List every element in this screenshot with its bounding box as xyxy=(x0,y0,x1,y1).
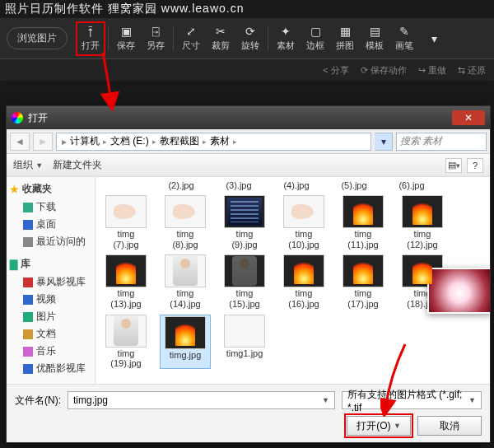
file-item[interactable]: timg(9).jpg xyxy=(219,195,270,250)
path-dropdown-icon[interactable]: ▾ xyxy=(375,133,393,151)
page-caption: 照片日历制作软件 狸窝家园 www.leawo.cn xyxy=(0,0,494,18)
size-icon: ⤢ xyxy=(184,25,198,38)
sidebar-item[interactable]: 文档 xyxy=(10,325,91,343)
file-item[interactable]: timg(14).jpg xyxy=(160,254,211,309)
redo-link[interactable]: ↪ 重做 xyxy=(418,64,446,77)
dialog-footer: 文件名(N): timg.jpg▼ 所有支持的图片格式 (*.gif; *.ti… xyxy=(7,384,490,442)
file-item[interactable]: timg(13).jpg xyxy=(100,254,151,309)
preview-thumbnail xyxy=(427,268,490,314)
file-item[interactable]: timg1.jpg xyxy=(219,315,270,369)
file-label[interactable]: (2).jpg xyxy=(156,180,206,190)
dialog-title: 打开 xyxy=(28,111,48,125)
file-item[interactable]: timg(7).jpg xyxy=(100,195,151,250)
file-item[interactable]: timg(16).jpg xyxy=(278,254,329,309)
breadcrumb-segment[interactable]: 教程截图 xyxy=(158,134,201,148)
sidebar-item[interactable]: 暴风影视库 xyxy=(10,273,91,291)
share-link[interactable]: < 分享 xyxy=(323,64,348,77)
breadcrumb-segment[interactable]: 文档 (E:) xyxy=(109,134,151,148)
sidebar-item[interactable]: 视频 xyxy=(10,291,91,308)
file-item[interactable]: timg(19).jpg xyxy=(100,315,151,369)
new-folder-button[interactable]: 新建文件夹 xyxy=(53,158,102,172)
frame-icon: ▢ xyxy=(309,25,322,38)
browse-images-button[interactable]: 浏览图片 xyxy=(7,27,68,49)
sidebar: ★收藏夹 下载桌面最近访问的 ▇库 暴风影视库视频图片文档音乐优酷影视库 xyxy=(7,177,96,384)
file-item[interactable]: timg(17).jpg xyxy=(338,254,389,309)
tool-collage-button[interactable]: ▦拼图 xyxy=(330,21,360,56)
file-item[interactable]: timg(15).jpg xyxy=(219,254,270,309)
sidebar-item[interactable]: 音乐 xyxy=(10,343,91,360)
sidebar-item[interactable]: 桌面 xyxy=(10,216,91,233)
breadcrumb[interactable]: ▸计算机▸文档 (E:)▸教程截图▸素材▸ xyxy=(56,133,371,151)
file-label[interactable]: (6).jpg xyxy=(387,180,436,190)
search-input[interactable]: 搜索 素材 xyxy=(396,133,487,151)
file-grid[interactable]: (2).jpg(3).jpg(4).jpg(5).jpg(6).jpg timg… xyxy=(96,177,490,384)
file-item[interactable]: timg(10).jpg xyxy=(278,195,329,250)
sidebar-item[interactable]: 图片 xyxy=(10,308,91,325)
dialog-titlebar: 打开 ✕ xyxy=(7,106,490,129)
file-item[interactable]: timg(12).jpg xyxy=(397,195,448,250)
file-item[interactable]: timg.jpg xyxy=(160,315,211,369)
file-item[interactable]: timg(11).jpg xyxy=(338,195,389,250)
help-button[interactable]: ? xyxy=(467,158,483,173)
breadcrumb-segment[interactable]: 计算机 xyxy=(68,134,101,148)
filename-input[interactable]: timg.jpg▼ xyxy=(68,391,335,409)
file-type-filter[interactable]: 所有支持的图片格式 (*.gif; *.tif▼ xyxy=(342,391,482,409)
brush-icon: ✎ xyxy=(398,25,411,38)
sidebar-item[interactable]: 优酷影视库 xyxy=(10,360,91,377)
toolbar-more-button[interactable]: ▾ xyxy=(419,21,449,56)
dialog-toolbar: 组织 ▼ 新建文件夹 ▤▾ ? xyxy=(7,154,490,177)
template-icon: ▤ xyxy=(368,25,381,38)
tool-size-button[interactable]: ⤢尺寸 xyxy=(176,21,206,56)
app-icon xyxy=(12,112,23,124)
file-label[interactable]: (5).jpg xyxy=(329,180,379,190)
rotate-icon: ⟳ xyxy=(244,25,257,38)
favorites-header[interactable]: ★收藏夹 xyxy=(10,182,91,196)
sidebar-item[interactable]: 最近访问的 xyxy=(10,233,91,250)
main-toolbar: 浏览图片 ⭱打开▣保存⍈另存⤢尺寸✂裁剪⟳旋转✦素材▢边框▦拼图▤模板✎画笔▾ xyxy=(0,18,494,59)
open-file-dialog: 打开 ✕ ◄ ► ▸计算机▸文档 (E:)▸教程截图▸素材▸ ▾ 搜索 素材 组… xyxy=(6,105,491,443)
tool-frame-button[interactable]: ▢边框 xyxy=(301,21,330,56)
tool-rotate-button[interactable]: ⟳旋转 xyxy=(235,21,265,56)
open-icon: ⭱ xyxy=(84,25,97,38)
open-button[interactable]: 打开(O) ▼ xyxy=(347,416,411,436)
tool-crop-button[interactable]: ✂裁剪 xyxy=(206,21,235,56)
filename-label: 文件名(N): xyxy=(15,394,61,408)
tool-save-button[interactable]: ▣保存 xyxy=(111,21,141,56)
saveas-icon: ⍈ xyxy=(149,25,162,38)
view-mode-button[interactable]: ▤▾ xyxy=(445,158,462,173)
forward-button[interactable]: ► xyxy=(33,133,53,151)
tool-brush-button[interactable]: ✎画笔 xyxy=(389,21,419,56)
file-label[interactable]: (3).jpg xyxy=(214,180,263,190)
tool-assets-button[interactable]: ✦素材 xyxy=(271,21,301,56)
save-action-link[interactable]: ⟳ 保存动作 xyxy=(361,64,407,77)
library-header[interactable]: ▇库 xyxy=(10,257,91,271)
organize-menu[interactable]: 组织 ▼ xyxy=(13,158,43,172)
back-button[interactable]: ◄ xyxy=(10,133,30,151)
tool-open-button[interactable]: ⭱打开 xyxy=(76,21,105,56)
breadcrumb-segment[interactable]: 素材 xyxy=(208,134,231,148)
assets-icon: ✦ xyxy=(279,25,292,38)
crop-icon: ✂ xyxy=(214,25,227,38)
path-bar: ◄ ► ▸计算机▸文档 (E:)▸教程截图▸素材▸ ▾ 搜索 素材 xyxy=(7,129,490,154)
file-label[interactable]: (4).jpg xyxy=(272,180,321,190)
restore-link[interactable]: ⇆ 还原 xyxy=(458,64,486,77)
tool-template-button[interactable]: ▤模板 xyxy=(360,21,389,56)
cancel-button[interactable]: 取消 xyxy=(417,416,482,436)
collage-icon: ▦ xyxy=(338,25,352,38)
save-icon: ▣ xyxy=(119,25,133,38)
file-item[interactable]: timg(8).jpg xyxy=(160,195,211,250)
sidebar-item[interactable]: 下载 xyxy=(10,198,91,216)
close-button[interactable]: ✕ xyxy=(452,110,485,125)
tool-saveas-button[interactable]: ⍈另存 xyxy=(141,21,170,56)
secondary-toolbar: < 分享 ⟳ 保存动作 ↪ 重做 ⇆ 还原 xyxy=(0,59,494,81)
